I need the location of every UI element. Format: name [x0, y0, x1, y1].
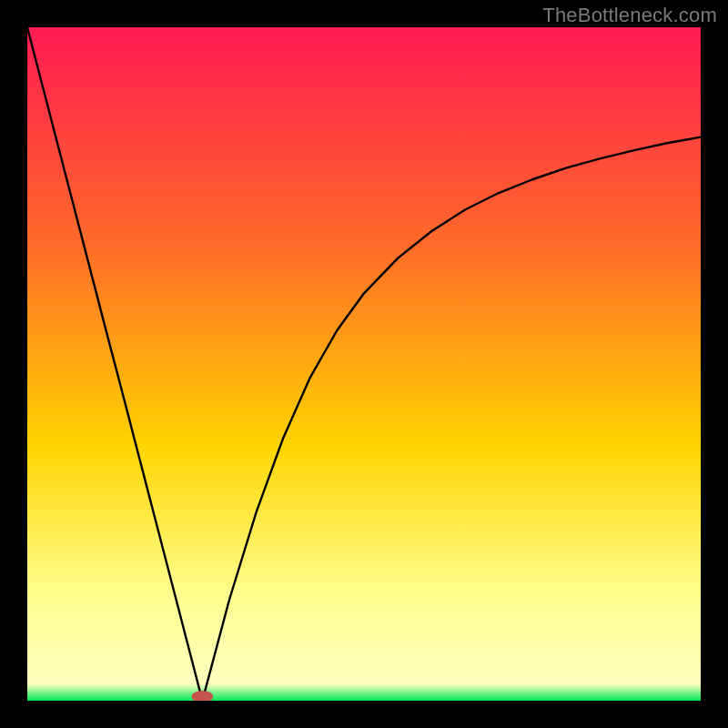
bottleneck-curve [27, 27, 701, 701]
svg-point-1 [192, 691, 214, 701]
plot-area [27, 27, 701, 701]
watermark-text: TheBottleneck.com [542, 4, 717, 27]
outer-frame: TheBottleneck.com [0, 0, 728, 728]
